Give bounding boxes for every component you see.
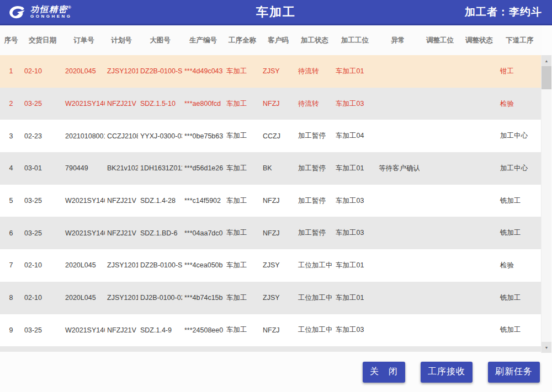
table-row-4[interactable]: 403-01790449BK21v1021DH1631Z011***d56d1e…	[0, 152, 542, 185]
cell: NFZJ21V	[105, 197, 138, 205]
column-header-13: 调整状态	[460, 36, 498, 45]
cell: 车加工	[224, 261, 261, 270]
cell: ***c14f5902	[182, 197, 224, 205]
cell: 车加工04	[333, 131, 376, 141]
registered-mark: ®	[68, 5, 72, 10]
column-header-12: 调整工位	[420, 36, 460, 45]
table-row-7[interactable]: 702-102020L045ZJSY1201DZ2B-0100-S-N.1***…	[0, 249, 542, 282]
vertical-scrollbar[interactable]: ▲ ▼	[541, 55, 551, 353]
cell: 铣加工	[498, 325, 542, 335]
cell: ZJSY1201	[105, 67, 138, 75]
scrollbar-thumb[interactable]	[542, 66, 551, 89]
column-header-11: 异常	[376, 36, 420, 45]
cell: 790449	[63, 164, 105, 172]
cell: 加工暂停	[296, 131, 333, 141]
cell: SDZ.1.4-9	[138, 326, 182, 334]
table-row-9[interactable]: 903-25W2021SY140NFZJ21VSDZ.1.4-9***24508…	[0, 314, 542, 347]
cell: 车加工03	[333, 99, 376, 109]
logo-text: 功恒精密® GONGHENG	[30, 5, 72, 19]
table-row-3[interactable]: 302-23202101080011CCZJ2108YYXJ-0300-03**…	[0, 120, 542, 152]
cell: 车加工	[224, 196, 261, 206]
cell: NFZJ	[261, 229, 296, 237]
cell: ***ae800fcd	[182, 100, 224, 108]
scroll-down-button[interactable]: ▼	[542, 342, 551, 353]
process-receive-button[interactable]: 工序接收	[421, 362, 473, 383]
cell: 02-23	[22, 132, 63, 140]
cell: 加工暂停	[296, 228, 333, 238]
cell: W2021SY140	[63, 229, 105, 237]
scroll-up-icon: ▲	[545, 59, 549, 63]
cell: 车加工	[224, 67, 261, 76]
refresh-tasks-button[interactable]: 刷新任务	[488, 362, 540, 383]
cell: ZJSY	[261, 261, 296, 269]
cell: 02-10	[22, 67, 63, 75]
cell: 车加工	[224, 325, 261, 335]
column-header-4: 计划号	[105, 36, 138, 45]
cell: 车加工	[224, 99, 261, 109]
cell: NFZJ21V	[105, 229, 138, 237]
cell: 1DH1631Z011	[138, 164, 182, 172]
cell: NFZJ	[261, 197, 296, 205]
cell: 检验	[498, 261, 542, 270]
column-header-2: 交货日期	[22, 36, 63, 45]
top-bar: 功恒精密® GONGHENG 车加工 加工者：李约斗	[0, 0, 552, 25]
cell: ***24508ee0	[182, 326, 224, 334]
cell: ***4d49c043	[182, 67, 224, 75]
cell: 2	[0, 100, 22, 108]
cell: 02-10	[22, 294, 63, 302]
cell: 车加工	[224, 164, 261, 173]
cell: YYXJ-0300-03	[138, 132, 182, 140]
cell: 202101080011	[63, 132, 105, 140]
cell: 2020L045	[63, 261, 105, 269]
cell: 车加工	[224, 131, 261, 141]
cell: DZ2B-0100-S-N-	[138, 67, 182, 75]
cell: 待流转	[296, 67, 333, 76]
column-header-9: 加工状态	[296, 36, 333, 45]
cell: 车加工	[224, 228, 261, 238]
table-row-partial[interactable]	[0, 346, 542, 352]
column-header-6: 生产编号	[182, 36, 224, 45]
cell: 2020L045	[63, 294, 105, 302]
cell: 4	[0, 164, 22, 172]
table-row-8[interactable]: 802-102020L045ZJSY1201DJ2B-0100-02-03***…	[0, 282, 542, 314]
cell: 铣加工	[498, 196, 542, 206]
cell: 03-01	[22, 164, 63, 172]
cell: 6	[0, 229, 22, 237]
cell: 8	[0, 294, 22, 302]
table-row-6[interactable]: 603-25W2021SY140NFZJ21VSDZ.1.BD-6***04aa…	[0, 217, 542, 249]
cell: ZJSY	[261, 67, 296, 75]
cell: BK	[261, 164, 296, 172]
cell: 03-25	[22, 197, 63, 205]
column-header-5: 大图号	[138, 36, 182, 45]
table-row-2[interactable]: 203-25W2021SY140NFZJ21VSDZ.1.5-10***ae80…	[0, 88, 542, 120]
cell: 2020L045	[63, 67, 105, 75]
cell: W2021SY140	[63, 326, 105, 334]
cell: ZJSY1201	[105, 261, 138, 269]
column-header-14: 下道工序	[498, 36, 542, 45]
cell: ZJSY1201	[105, 294, 138, 302]
cell: SDZ.1.4-28	[138, 197, 182, 205]
logo-en-text: GONGHENG	[30, 14, 72, 19]
logo-cn-text: 功恒精密®	[30, 5, 72, 13]
scroll-down-icon: ▼	[545, 346, 549, 350]
footer-toolbar: 关 闭 工序接收 刷新任务	[0, 352, 552, 392]
cell: 车加工03	[333, 196, 376, 206]
table-row-1[interactable]: 102-102020L045ZJSY1201DZ2B-0100-S-N-***4…	[0, 55, 542, 88]
cell: 车加工	[224, 293, 261, 303]
column-header-3: 订单号	[63, 36, 105, 45]
cell: ZJSY	[261, 294, 296, 302]
cell: ***4b74c15b	[182, 294, 224, 302]
column-header-10: 加工工位	[333, 36, 376, 45]
cell: 工位加工中	[296, 325, 333, 335]
cell: 加工中心	[498, 164, 542, 173]
scroll-up-button[interactable]: ▲	[542, 55, 551, 66]
column-header-1: 序号	[0, 36, 22, 45]
close-button[interactable]: 关 闭	[363, 362, 405, 383]
table-row-5[interactable]: 503-25W2021SY140NFZJ21VSDZ.1.4-28***c14f…	[0, 185, 542, 217]
cell: 车加工01	[333, 293, 376, 303]
cell: W2021SY140	[63, 100, 105, 108]
column-header-7: 工序全称	[224, 36, 261, 45]
cell: DZ2B-0100-S-N.1	[138, 261, 182, 269]
cell: 03-25	[22, 229, 63, 237]
cell: 02-10	[22, 261, 63, 269]
